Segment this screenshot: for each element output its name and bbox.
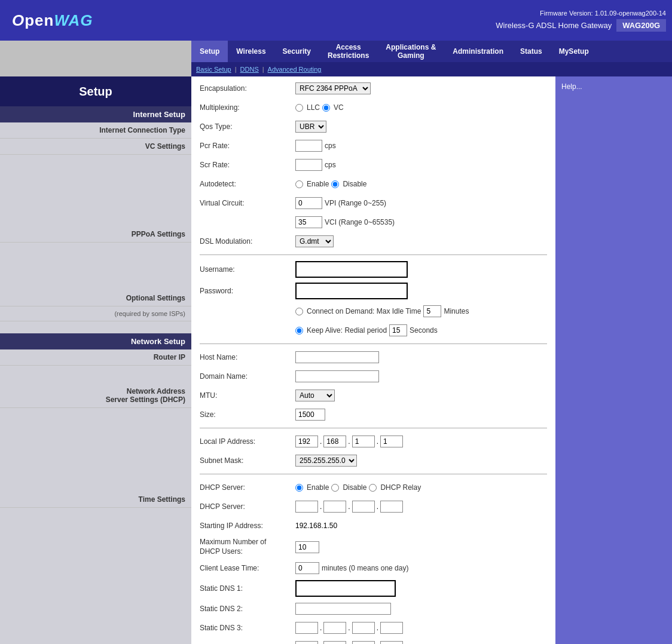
dns3-2[interactable] bbox=[323, 622, 346, 634]
host-name-input[interactable] bbox=[295, 351, 379, 363]
sidebar-vc-settings: VC Settings bbox=[0, 139, 191, 155]
tab-status[interactable]: Status bbox=[512, 41, 551, 62]
autodetect-disable-radio[interactable] bbox=[331, 180, 339, 188]
tab-applications-gaming[interactable]: Applications &Gaming bbox=[377, 41, 444, 62]
domain-name-input[interactable] bbox=[295, 370, 379, 382]
multiplexing-vc-radio[interactable] bbox=[322, 104, 330, 112]
password-label: Password: bbox=[200, 287, 295, 295]
sidebar-router-ip: Router IP bbox=[0, 349, 191, 366]
username-input[interactable] bbox=[298, 263, 405, 275]
mtu-select[interactable]: Auto Manual bbox=[295, 390, 335, 401]
virtual-circuit-label: Virtual Circuit: bbox=[200, 199, 295, 207]
dns3-1[interactable] bbox=[295, 622, 318, 634]
subnav-ddns[interactable]: DDNS bbox=[240, 66, 259, 73]
tab-setup[interactable]: Setup bbox=[191, 41, 228, 62]
local-ip-label: Local IP Address: bbox=[200, 437, 295, 446]
multiplexing-llc-radio[interactable] bbox=[295, 104, 303, 112]
size-input[interactable] bbox=[295, 409, 325, 421]
dhcp-ip-1[interactable] bbox=[295, 501, 318, 513]
autodetect-disable-label: Disable bbox=[343, 180, 366, 188]
dns3-3[interactable] bbox=[352, 622, 375, 634]
local-ip-4[interactable] bbox=[380, 436, 403, 447]
product-model: WAG200G bbox=[616, 19, 666, 32]
dhcp-enable-radio[interactable] bbox=[295, 484, 303, 492]
client-lease-label: Client Lease Time: bbox=[200, 564, 295, 572]
sidebar-optional-note: (required by some ISPs) bbox=[0, 306, 191, 321]
dhcp-ip-4[interactable] bbox=[380, 501, 403, 513]
tab-mysetup[interactable]: MySetup bbox=[551, 41, 597, 62]
setup-page-title: Setup bbox=[79, 85, 112, 99]
autodetect-label: Autodetect: bbox=[200, 180, 295, 188]
scr-rate-input[interactable] bbox=[295, 159, 322, 171]
dhcp-relay-radio[interactable] bbox=[369, 484, 377, 492]
qos-type-select[interactable]: UBR CBR VBR bbox=[295, 121, 326, 133]
vpi-input[interactable] bbox=[295, 197, 322, 209]
dhcp-disable-radio[interactable] bbox=[331, 484, 339, 492]
multiplexing-llc-label: LLC bbox=[307, 103, 320, 112]
sidebar-optional-settings: Optional Settings bbox=[0, 290, 191, 306]
local-ip-2[interactable] bbox=[323, 436, 346, 447]
pcr-rate-unit: cps bbox=[325, 142, 336, 150]
scr-rate-label: Scr Rate: bbox=[200, 161, 295, 169]
domain-name-label: Domain Name: bbox=[200, 372, 295, 381]
static-dns1-input[interactable] bbox=[298, 582, 393, 594]
product-name: Wireless-G ADSL Home Gateway bbox=[496, 21, 612, 30]
sidebar-pppoa-settings: PPPoA Settings bbox=[0, 226, 191, 243]
starting-ip-value: 192.168.1.50 bbox=[295, 522, 337, 530]
wins-1[interactable] bbox=[295, 641, 318, 644]
dhcp-ip-3[interactable] bbox=[352, 501, 375, 513]
keep-alive-radio[interactable] bbox=[295, 327, 303, 335]
firmware-version: Firmware Version: 1.01.09-openwag200-14 bbox=[540, 10, 666, 17]
encapsulation-label: Encapsulation: bbox=[200, 84, 295, 93]
client-lease-input[interactable] bbox=[295, 562, 319, 574]
static-dns1-label: Static DNS 1: bbox=[200, 584, 295, 593]
subnav-basic-setup[interactable]: Basic Setup bbox=[196, 66, 231, 73]
local-ip-3[interactable] bbox=[352, 436, 375, 447]
tab-wireless[interactable]: Wireless bbox=[228, 41, 274, 62]
scr-rate-unit: cps bbox=[325, 161, 336, 169]
subnav-advanced-routing[interactable]: Advanced Routing bbox=[268, 66, 322, 73]
vci-input[interactable] bbox=[295, 216, 322, 228]
encapsulation-select[interactable]: RFC 2364 PPPoA RFC 1483 Bridged RFC 1483… bbox=[295, 82, 371, 94]
pcr-rate-label: Pcr Rate: bbox=[200, 142, 295, 150]
multiplexing-vc-label: VC bbox=[334, 103, 344, 112]
autodetect-enable-label: Enable bbox=[307, 180, 329, 188]
wins-3[interactable] bbox=[352, 641, 375, 644]
starting-ip-label: Starting IP Address: bbox=[200, 522, 295, 530]
subnet-mask-select[interactable]: 255.255.255.0 255.255.0.0 255.0.0.0 bbox=[295, 455, 357, 467]
dsl-modulation-label: DSL Modulation: bbox=[200, 237, 295, 246]
static-dns3-label: Static DNS 3: bbox=[200, 624, 295, 632]
username-label: Username: bbox=[200, 265, 295, 274]
dhcp-server-label: DHCP Server: bbox=[200, 483, 295, 492]
autodetect-enable-radio[interactable] bbox=[295, 180, 303, 188]
sidebar-network-address: Network AddressServer Settings (DHCP) bbox=[0, 384, 191, 408]
subnet-mask-label: Subnet Mask: bbox=[200, 456, 295, 465]
internet-setup-title: Internet Setup bbox=[0, 106, 191, 122]
help-text: Help... bbox=[561, 82, 582, 91]
redial-period-input[interactable] bbox=[389, 324, 407, 336]
pcr-rate-input[interactable] bbox=[295, 140, 322, 152]
local-ip-1[interactable] bbox=[295, 436, 318, 447]
logo: OpenWAG bbox=[12, 11, 93, 30]
tab-administration[interactable]: Administration bbox=[444, 41, 512, 62]
max-idle-time-input[interactable] bbox=[423, 305, 441, 317]
static-dns2-input[interactable] bbox=[295, 603, 391, 615]
wins-2[interactable] bbox=[323, 641, 346, 644]
wins-4[interactable] bbox=[380, 641, 403, 644]
dhcp-ip-2[interactable] bbox=[323, 501, 346, 513]
sidebar-internet-connection-type: Internet Connection Type bbox=[0, 122, 191, 139]
network-setup-title: Network Setup bbox=[0, 333, 191, 349]
tab-access-restrictions[interactable]: AccessRestrictions bbox=[319, 41, 377, 62]
password-input[interactable] bbox=[298, 285, 405, 297]
dsl-modulation-select[interactable]: G.dmt G.lite T1.413 bbox=[295, 235, 334, 247]
max-dhcp-input[interactable] bbox=[295, 541, 319, 553]
max-dhcp-label: Maximum Number ofDHCP Users: bbox=[200, 538, 295, 556]
host-name-label: Host Name: bbox=[200, 353, 295, 361]
connect-demand-radio[interactable] bbox=[295, 308, 303, 315]
multiplexing-label: Multiplexing: bbox=[200, 103, 295, 112]
tab-security[interactable]: Security bbox=[274, 41, 319, 62]
dhcp-server-ip-label: DHCP Server: bbox=[200, 502, 295, 511]
sidebar-time-settings: Time Settings bbox=[0, 492, 191, 508]
dns3-4[interactable] bbox=[380, 622, 403, 634]
vpi-range-text: VPI (Range 0~255) bbox=[325, 199, 386, 207]
